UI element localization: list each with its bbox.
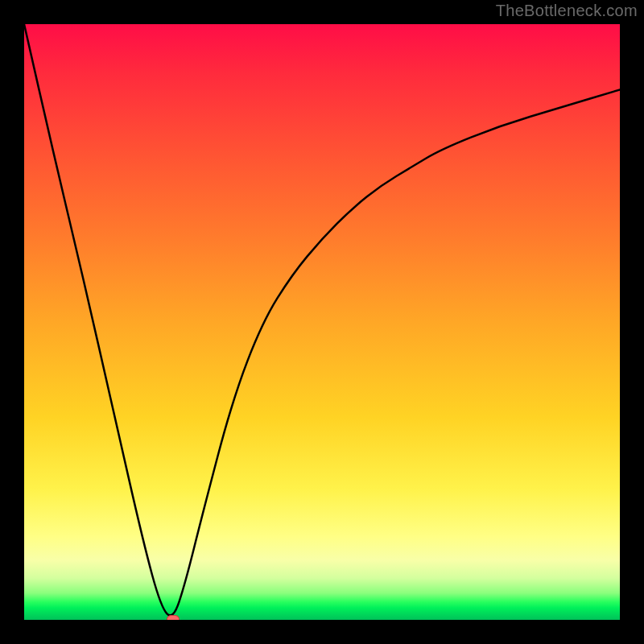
bottleneck-curve bbox=[24, 24, 620, 620]
optimal-point-marker bbox=[167, 615, 180, 620]
plot-area bbox=[24, 24, 620, 620]
watermark-text: TheBottleneck.com bbox=[496, 2, 638, 20]
curve-path bbox=[24, 24, 620, 615]
chart-frame: TheBottleneck.com bbox=[0, 0, 644, 644]
